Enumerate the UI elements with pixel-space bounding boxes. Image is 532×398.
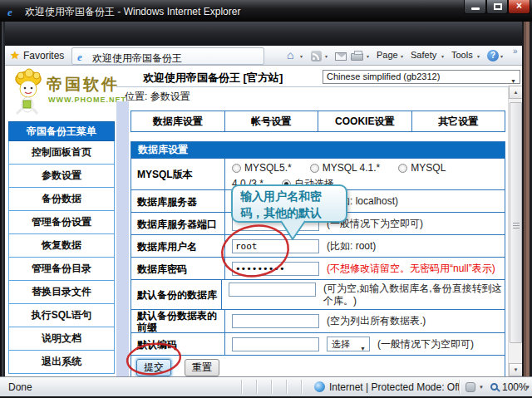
logo-site-url: WWW.PHOME.NET xyxy=(48,96,126,104)
page-dropdown-icon[interactable]: ▾ xyxy=(401,53,403,59)
sidebar-item-backup-data[interactable]: 备份数据 xyxy=(8,188,115,211)
safety-dropdown-icon[interactable]: ▾ xyxy=(441,53,444,59)
settings-tabs: 数据库设置 帐号设置 COOKIE设置 其它设置 xyxy=(131,111,505,132)
scrollbar-thumb[interactable] xyxy=(510,102,522,343)
default-db-label: 默认备份的数据库 xyxy=(131,280,222,309)
help-button[interactable]: ? xyxy=(487,50,499,61)
content-gutter xyxy=(116,101,129,376)
status-separator xyxy=(459,380,460,394)
tools-dropdown-icon[interactable]: ▾ xyxy=(477,53,480,59)
browser-tab[interactable]: e 欢迎使用帝国备份王 xyxy=(71,47,264,65)
settings-icon[interactable] xyxy=(466,382,475,392)
read-mail-icon[interactable] xyxy=(335,52,347,61)
table-prefix-input[interactable] xyxy=(232,314,319,328)
maximize-icon xyxy=(494,3,502,10)
home-button[interactable]: ⌂ xyxy=(287,48,293,61)
zoom-icon[interactable] xyxy=(490,383,498,391)
scroll-up-icon[interactable]: ▲ xyxy=(509,86,522,99)
database-settings-form: 数据库设置 MYSQL版本 MYSQL5.*MYSQL 4.1.*MYSQL 4… xyxy=(131,141,505,376)
language-select[interactable]: Chinese simplified (gb2312) ▼ xyxy=(323,70,520,84)
sidebar-item-manage-backup-settings[interactable]: 管理备份设置 xyxy=(8,211,115,234)
db-server-label: 数据库服务器 xyxy=(131,190,225,212)
tab-other-settings[interactable]: 其它设置 xyxy=(412,111,505,131)
radio-icon xyxy=(398,164,407,173)
sidebar-item-parameter-settings[interactable]: 参数设置 xyxy=(8,165,115,188)
rss-feeds-icon[interactable] xyxy=(311,51,322,61)
sidebar-item-manage-backup-dir[interactable]: 管理备份目录 xyxy=(8,258,115,281)
page-content: 帝国软件 WWW.PHOME.NET 欢迎使用帝国备份王 [官方站] Chine… xyxy=(5,66,522,376)
window-border-right xyxy=(522,22,532,398)
radio-mysql41[interactable]: MYSQL 4.1.* xyxy=(310,162,381,174)
charset-select-arrow-icon: ▼ xyxy=(360,342,366,356)
radio-mysql5[interactable]: MYSQL5.* xyxy=(232,162,292,174)
tools-menu[interactable]: Tools xyxy=(451,50,473,60)
scroll-down-icon[interactable]: ▼ xyxy=(509,363,522,376)
default-charset-label: 默认编码 xyxy=(131,333,225,355)
db-port-label: 数据库服务器端口 xyxy=(131,213,225,234)
print-icon[interactable] xyxy=(351,53,363,61)
home-dropdown-icon[interactable]: ▾ xyxy=(300,53,303,59)
sidebar-item-replace-dir-files[interactable]: 替换目录文件 xyxy=(8,281,115,304)
help-dropdown-icon[interactable]: ▾ xyxy=(500,53,503,59)
window-border-left xyxy=(0,22,5,398)
favorites-button[interactable]: Favorites xyxy=(23,50,64,61)
sidebar-header: 帝国备份王菜单 xyxy=(8,121,115,141)
favorites-star-icon: ★ xyxy=(10,49,20,61)
default-db-input[interactable] xyxy=(229,283,316,297)
security-zone-text: Internet | Protected Mode: Off xyxy=(329,381,461,393)
callout-line2: 码，其他的默认 xyxy=(240,204,346,221)
title-bar: e 欢迎使用帝国备份王 - Windows Internet Explorer … xyxy=(0,0,532,22)
db-password-note: (不想修改请留空。无密码用“null”表示) xyxy=(327,262,495,276)
sidebar-item-docs[interactable]: 说明文档 xyxy=(8,327,115,351)
radio-icon xyxy=(232,164,241,173)
close-button[interactable]: × xyxy=(508,0,530,14)
charset-select[interactable]: 选择▼ xyxy=(327,337,370,351)
tab-cookie-settings[interactable]: COOKIE设置 xyxy=(318,111,412,131)
reset-button[interactable]: 重置 xyxy=(185,359,219,376)
ie-window: e 欢迎使用帝国备份王 - Windows Internet Explorer … xyxy=(0,0,532,398)
tab-title: 欢迎使用帝国备份王 xyxy=(92,52,182,66)
db-username-label: 数据库用户名 xyxy=(131,235,225,257)
table-prefix-note: (空为列出所有数据表.) xyxy=(327,314,426,328)
form-row-default-charset: 默认编码 选择▼ (一般情况下为空即可) xyxy=(131,332,505,355)
tab-favicon-icon: e xyxy=(77,51,82,64)
tab-database-settings[interactable]: 数据库设置 xyxy=(131,111,225,131)
annotation-callout: 输入用户名和密 码，其他的默认 xyxy=(231,184,347,223)
feeds-dropdown-icon[interactable]: ▾ xyxy=(325,53,328,59)
form-row-table-prefix: 默认备份数据表的前缀 (空为列出所有数据表.) xyxy=(131,309,505,332)
content-scrollbar[interactable]: ▲ ▼ xyxy=(508,86,522,376)
submit-button[interactable]: 提交 xyxy=(136,359,171,376)
minimize-button[interactable] xyxy=(464,0,486,14)
form-row-db-username: 数据库用户名 (比如: root) xyxy=(131,234,505,257)
phome-mascot-logo xyxy=(10,67,48,117)
callout-line1: 输入用户名和密 xyxy=(240,188,346,204)
settings-dropdown-icon[interactable]: ▼ xyxy=(479,385,484,390)
page-menu[interactable]: Page xyxy=(377,50,398,60)
tab-account-settings[interactable]: 帐号设置 xyxy=(225,111,319,131)
safety-menu[interactable]: Safety xyxy=(411,50,436,60)
header-divider xyxy=(116,86,520,87)
zoom-level: 100% xyxy=(502,381,528,393)
navigation-bar: ← → ▾ e http://hostwiki.info:888/admin.p… xyxy=(0,22,532,46)
maximize-button[interactable] xyxy=(486,0,508,14)
more-commands-icon[interactable]: » xyxy=(513,47,518,56)
radio-icon xyxy=(310,164,319,173)
minimize-icon xyxy=(471,7,480,10)
db-username-input[interactable] xyxy=(232,239,319,253)
sidebar-menu: 帝国备份王菜单 控制面板首页 参数设置 备份数据 管理备份设置 恢复数据 管理备… xyxy=(8,121,115,374)
sidebar-item-logout[interactable]: 退出系统 xyxy=(8,351,115,374)
default-charset-input[interactable] xyxy=(232,337,319,351)
print-dropdown-icon[interactable]: ▾ xyxy=(367,53,369,59)
sidebar-item-control-panel[interactable]: 控制面板首页 xyxy=(8,141,115,165)
logo-company-name: 帝国软件 xyxy=(47,74,120,96)
form-buttons-row: 提交 重置 xyxy=(131,355,505,376)
sidebar-item-restore-data[interactable]: 恢复数据 xyxy=(8,234,115,258)
ie-icon: e xyxy=(7,6,12,18)
status-separator xyxy=(301,380,302,394)
db-password-input[interactable] xyxy=(232,262,319,276)
status-separator xyxy=(286,380,287,394)
sidebar-item-run-sql[interactable]: 执行SQL语句 xyxy=(8,304,115,327)
status-bar: Done Internet | Protected Mode: Off ▼ 10… xyxy=(0,376,532,396)
zoom-dropdown-icon[interactable]: ▼ xyxy=(525,385,530,390)
status-text: Done xyxy=(8,381,32,393)
